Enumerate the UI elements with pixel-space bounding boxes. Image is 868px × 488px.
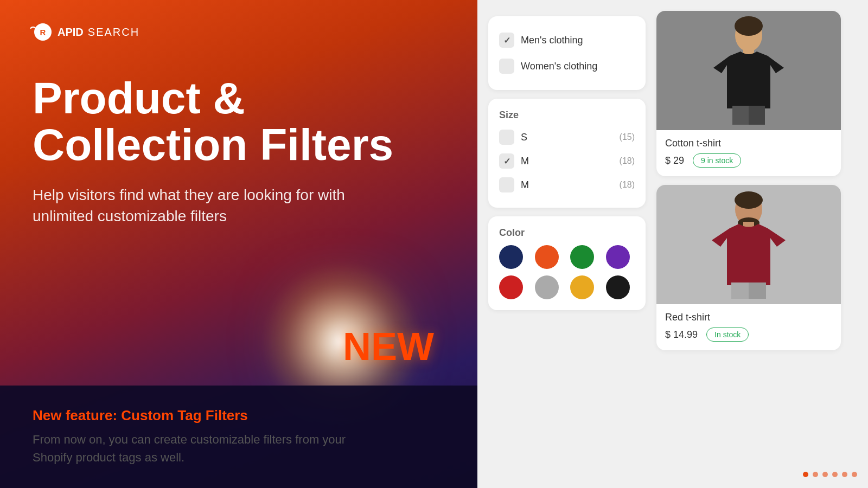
product-name-1: Cotton t-shirt [665,138,832,149]
product-price-row-1: $ 29 9 in stock [665,153,832,168]
svg-rect-3 [749,106,765,125]
product-column: Cotton t-shirt $ 29 9 in stock [656,11,841,477]
logo-r-circle: R [34,23,52,41]
product-stock-1: 9 in stock [693,153,741,168]
main-heading: Product & Collection Filters [33,75,445,168]
size-m1-checkbox[interactable]: ✓ [499,153,514,169]
pagination-dot-2[interactable] [813,472,818,477]
womens-clothing-label: Women's clothing [521,61,597,72]
size-s-count: (15) [620,132,635,142]
color-dot-yellow[interactable] [570,275,594,299]
pagination-dot-4[interactable] [832,472,838,477]
color-dot-gray[interactable] [535,275,559,299]
category-row-womens: Women's clothing [499,53,635,79]
filter-column: ✓ Men's clothing Women's clothing Size S… [488,11,646,477]
size-filter-title: Size [499,110,635,121]
size-s-checkbox[interactable] [499,130,514,145]
check-icon: ✓ [503,35,510,46]
color-filter-card: Color [488,216,646,310]
logo-brand-light: SEARCH [88,26,139,38]
product-price-row-2: $ 14.99 In stock [665,328,832,342]
pagination-dot-6[interactable] [852,472,857,477]
product-image-2 [656,185,841,304]
size-m2-checkbox[interactable] [499,177,514,192]
tshirt-svg-1 [700,16,797,125]
product-info-1: Cotton t-shirt $ 29 9 in stock [656,130,841,176]
product-card-1[interactable]: Cotton t-shirt $ 29 9 in stock [656,11,841,176]
size-row-s: S (15) [499,125,635,149]
check-icon: ✓ [503,156,510,166]
svg-rect-2 [732,106,749,125]
new-feature-label: New feature: Custom Tag Filters [33,407,445,424]
product-image-1 [656,11,841,130]
pagination-dot-3[interactable] [822,472,828,477]
color-dot-red[interactable] [499,275,523,299]
product-stock-2: In stock [706,328,749,342]
sub-heading: Help visitors find what they are looking… [33,184,380,227]
pagination-dot-1[interactable] [803,472,808,477]
color-grid [499,245,635,299]
left-panel: 〜 R APID SEARCH Product & Collection Fil… [0,0,477,488]
color-dot-navy[interactable] [499,245,523,269]
size-row-m1: ✓ M (18) [499,149,635,173]
svg-point-6 [735,191,763,209]
logo-icon: 〜 R [33,22,53,42]
mens-clothing-label: Men's clothing [521,35,583,46]
new-feature-description: From now on, you can create customizable… [33,431,347,466]
size-m2-label: M [521,179,529,191]
product-price-2: $ 14.99 [665,329,698,341]
new-feature-prefix: New feature: [33,407,117,423]
size-row-m2: M (18) [499,173,635,197]
color-dot-black[interactable] [606,275,630,299]
product-info-2: Red t-shirt $ 14.99 In stock [656,304,841,350]
color-dot-orange[interactable] [535,245,559,269]
womens-clothing-checkbox[interactable] [499,59,514,74]
color-dot-green[interactable] [570,245,594,269]
new-badge: NEW [343,324,434,369]
dot-pagination [803,472,857,477]
new-feature-name: Custom Tag Filters [121,407,248,423]
pagination-dot-5[interactable] [842,472,847,477]
logo-brand-bold: APID [58,26,84,38]
svg-point-4 [735,16,763,36]
logo: 〜 R APID SEARCH [33,22,445,42]
product-price-1: $ 29 [665,155,684,166]
bottom-section: New feature: Custom Tag Filters From now… [0,386,477,488]
product-name-2: Red t-shirt [665,312,832,323]
color-filter-title: Color [499,227,635,239]
size-m1-count: (18) [620,156,635,166]
color-dot-purple[interactable] [606,245,630,269]
right-panel: ✓ Men's clothing Women's clothing Size S… [477,0,868,488]
category-filter-card: ✓ Men's clothing Women's clothing [488,16,646,90]
category-row-mens: ✓ Men's clothing [499,27,635,53]
tshirt-svg-2 [700,190,797,299]
mens-clothing-checkbox[interactable]: ✓ [499,33,514,48]
size-filter-card: Size S (15) ✓ M (18) M (18) [488,99,646,208]
size-m1-label: M [521,156,529,167]
size-m2-count: (18) [620,180,635,190]
size-s-label: S [521,132,527,143]
product-card-2[interactable]: Red t-shirt $ 14.99 In stock [656,185,841,350]
svg-rect-9 [731,282,749,299]
svg-rect-10 [749,282,766,299]
